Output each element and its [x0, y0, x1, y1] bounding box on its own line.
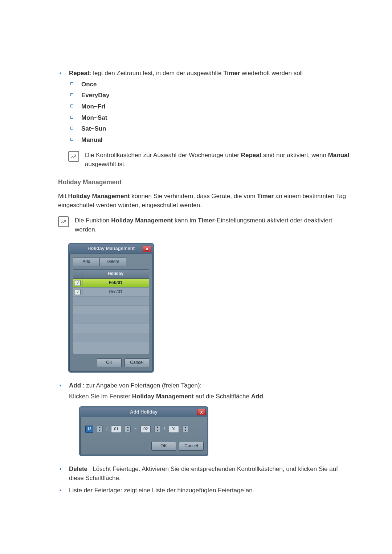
- note2-t1: Die Funktion: [75, 217, 111, 224]
- grid-row-empty: [73, 306, 149, 315]
- hm-b: Holiday Management: [68, 193, 130, 200]
- note1-t1: Die Kontrollkästchen zur Auswahl der Woc…: [85, 152, 241, 159]
- note-text: Die Kontrollkästchen zur Auswahl der Woc…: [85, 151, 354, 169]
- list-item: Liste der Feiertage: zeigt eine Liste de…: [58, 486, 354, 495]
- ok-button[interactable]: OK: [97, 358, 122, 367]
- ok-button[interactable]: OK: [151, 442, 176, 451]
- note1-repeat: Repeat: [241, 152, 262, 159]
- add-sub-a: Klicken Sie im Fenster: [69, 393, 132, 400]
- opt-satsun: Sat~Sun: [69, 124, 354, 134]
- delete-button[interactable]: Delete: [100, 258, 126, 266]
- range-tilde: ~: [134, 426, 137, 432]
- dialog-titlebar: Add Holiday x: [80, 407, 207, 417]
- opt-monfri: Mon~Fri: [69, 102, 354, 111]
- grid-header: Holiday: [73, 270, 149, 279]
- row-checkbox[interactable]: ✓: [75, 289, 81, 295]
- hm-paragraph: Mit Holiday Management können Sie verhin…: [58, 192, 354, 210]
- grid-row-empty: [73, 297, 149, 306]
- dialog-footer: OK Cancel: [80, 442, 207, 455]
- repeat-text-1: : legt den Zeitraum fest, in dem der aus…: [90, 70, 224, 77]
- dialog-body: Add Delete Holiday ✓ Feb/01 ✓ Dec/01: [69, 254, 153, 358]
- close-icon[interactable]: x: [197, 409, 206, 415]
- note1-t2: sind nur aktiviert, wenn: [261, 152, 328, 159]
- grid-row[interactable]: ✓ Feb/01: [73, 279, 149, 288]
- slash: /: [164, 426, 165, 432]
- grid-row-empty: [73, 333, 149, 342]
- add-button[interactable]: Add: [73, 258, 100, 266]
- row-checkbox[interactable]: ✓: [75, 280, 81, 286]
- note-hm-timer: Die Funktion Holiday Management kann im …: [58, 216, 354, 234]
- note1-t3: ausgewählt ist.: [85, 161, 126, 168]
- add-holiday-dialog: Add Holiday x 12 ▲▼ / 01 ▲▼ ~ 02 ▲▼ / 01…: [79, 406, 208, 456]
- list-text: Liste der Feiertage: zeigt eine Liste de…: [69, 487, 254, 494]
- month1-value[interactable]: 01: [111, 426, 121, 433]
- holiday-grid: Holiday ✓ Feb/01 ✓ Dec/01: [73, 269, 149, 354]
- delete-item: Delete : Löscht Feiertage. Aktivieren Si…: [58, 465, 354, 483]
- grid-row-empty: [73, 324, 149, 333]
- cancel-button[interactable]: Cancel: [124, 358, 149, 367]
- dialog-titlebar: Holiday Management x: [69, 244, 153, 254]
- opt-manual: Manual: [69, 136, 354, 145]
- dialog-title: Add Holiday: [130, 409, 158, 416]
- repeat-timer: Timer: [223, 70, 240, 77]
- opt-everyday: EveryDay: [69, 91, 354, 100]
- repeat-text-2: wiederholt werden soll: [240, 70, 303, 77]
- day2-value[interactable]: 01: [169, 426, 179, 433]
- add-label: Add: [69, 382, 81, 389]
- note-icon: [58, 216, 69, 227]
- month2-spinner[interactable]: ▲▼: [154, 426, 160, 433]
- add-sub-hm: Holiday Management: [132, 393, 194, 400]
- grid-check-header[interactable]: [73, 270, 82, 278]
- add-sub-c: .: [263, 393, 265, 400]
- add-rest: : zur Angabe von Feiertagen (freien Tage…: [81, 382, 201, 389]
- repeat-item: Repeat: legt den Zeitraum fest, in dem d…: [58, 69, 354, 144]
- repeat-label: Repeat: [69, 70, 90, 77]
- delete-rest: : Löscht Feiertage. Aktivieren Sie die e…: [69, 465, 338, 481]
- add-item: Add : zur Angabe von Feiertagen (freien …: [58, 381, 354, 401]
- slash: /: [106, 426, 107, 432]
- add-sub-b: auf die Schaltfläche: [194, 393, 251, 400]
- hm-timer: Timer: [257, 193, 274, 200]
- dialog-footer: OK Cancel: [69, 358, 153, 372]
- note2-t2: kann im: [173, 217, 198, 224]
- opt-once: Once: [69, 80, 354, 89]
- date-range-row: 12 ▲▼ / 01 ▲▼ ~ 02 ▲▼ / 01 ▲▼: [84, 421, 204, 438]
- add-sub-add: Add: [251, 393, 263, 400]
- close-icon[interactable]: x: [143, 246, 151, 252]
- repeat-list: Repeat: legt den Zeitraum fest, in dem d…: [58, 69, 354, 144]
- cancel-button[interactable]: Cancel: [179, 442, 204, 451]
- day1-spinner[interactable]: ▲▼: [125, 426, 131, 433]
- holiday-management-dialog: Holiday Management x Add Delete Holiday …: [68, 243, 154, 373]
- grid-row-empty: [73, 315, 149, 324]
- repeat-line: Repeat: legt den Zeitraum fest, in dem d…: [69, 69, 354, 78]
- note1-manual: Manual: [328, 152, 350, 159]
- closing-list: Delete : Löscht Feiertage. Aktivieren Si…: [58, 465, 354, 495]
- dialog-body: 12 ▲▼ / 01 ▲▼ ~ 02 ▲▼ / 01 ▲▼: [80, 417, 207, 442]
- calendar-icon[interactable]: 12: [85, 426, 93, 433]
- note-repeat-manual: Die Kontrollkästchen zur Auswahl der Woc…: [68, 151, 354, 169]
- holiday-management-heading: Holiday Management: [58, 178, 354, 187]
- day2-spinner[interactable]: ▲▼: [183, 426, 188, 433]
- grid-row-empty: [73, 342, 149, 351]
- add-sub: Klicken Sie im Fenster Holiday Managemen…: [69, 392, 354, 401]
- note-icon: [68, 151, 79, 162]
- grid-row[interactable]: ✓ Dec/01: [73, 288, 149, 297]
- opt-monsat: Mon~Sat: [69, 114, 354, 123]
- page-content: Repeat: legt den Zeitraum fest, in dem d…: [0, 0, 392, 528]
- hm-p1a: Mit: [58, 193, 68, 200]
- grid-col-holiday: Holiday: [82, 270, 149, 278]
- month1-spinner[interactable]: ▲▼: [97, 426, 103, 433]
- delete-label: Delete: [69, 465, 87, 472]
- dialog-title: Holiday Management: [87, 245, 135, 252]
- hm-p1b: können Sie verhindern, dass Geräte, die …: [130, 193, 257, 200]
- add-list: Add : zur Angabe von Feiertagen (freien …: [58, 381, 354, 401]
- repeat-options: Once EveryDay Mon~Fri Mon~Sat Sat~Sun Ma…: [69, 80, 354, 145]
- grid-cell: Dec/01: [82, 289, 149, 295]
- grid-cell: Feb/01: [82, 280, 149, 286]
- note-text: Die Funktion Holiday Management kann im …: [75, 216, 354, 234]
- month2-value[interactable]: 02: [140, 426, 151, 433]
- toolbar: Add Delete: [73, 258, 149, 266]
- note2-timer: Timer: [198, 217, 215, 224]
- note2-hm: Holiday Management: [111, 217, 173, 224]
